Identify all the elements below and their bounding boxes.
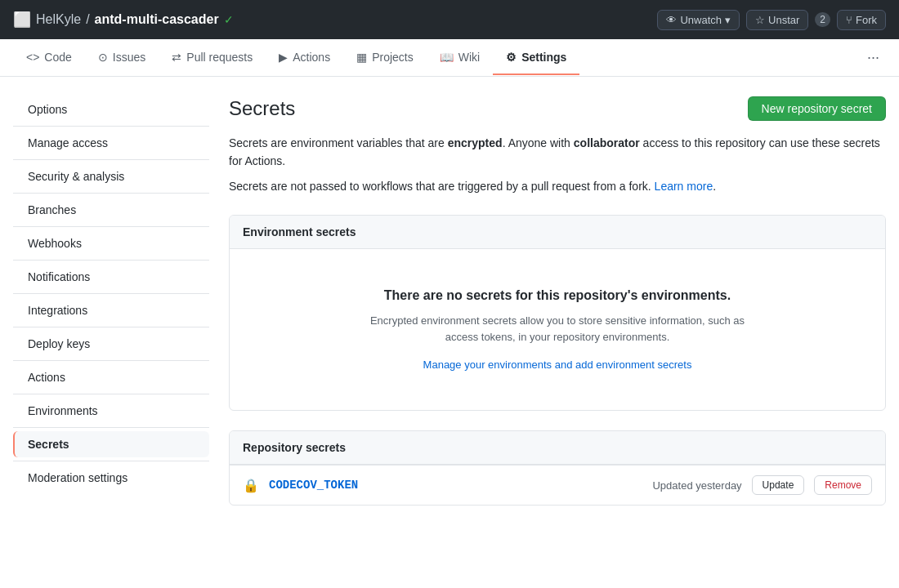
sidebar-item-deploy-keys[interactable]: Deploy keys xyxy=(13,331,209,357)
sidebar-divider-10 xyxy=(13,427,209,428)
repository-secrets-card: Repository secrets 🔒 CODECOV_TOKEN Updat… xyxy=(229,430,886,506)
star-count[interactable]: 2 xyxy=(815,12,830,27)
repo-icon: ⬜ xyxy=(13,11,31,29)
sidebar-divider-4 xyxy=(13,226,209,227)
watch-button[interactable]: 👁 Unwatch ▾ xyxy=(657,10,740,30)
tab-actions[interactable]: ▶ Actions xyxy=(266,41,343,75)
more-tabs-button[interactable]: ··· xyxy=(861,39,886,76)
sidebar-divider-8 xyxy=(13,360,209,361)
sidebar-divider-9 xyxy=(13,394,209,394)
sidebar: Options Manage access Security & analysi… xyxy=(13,96,209,506)
sidebar-item-options[interactable]: Options xyxy=(13,96,209,122)
nav-tabs: <> Code ⊙ Issues ⇄ Pull requests ▶ Actio… xyxy=(0,39,899,77)
fork-label: Fork xyxy=(856,14,877,26)
learn-more-link[interactable]: Learn more xyxy=(655,180,713,193)
empty-state-title: There are no secrets for this repository… xyxy=(243,288,872,303)
star-button[interactable]: ☆ Unstar xyxy=(746,10,808,30)
environment-secrets-header: Environment secrets xyxy=(230,216,885,249)
tab-projects[interactable]: ▦ Projects xyxy=(343,41,427,75)
sidebar-item-webhooks[interactable]: Webhooks xyxy=(13,230,209,256)
sidebar-item-environments[interactable]: Environments xyxy=(13,398,209,424)
manage-environments-link[interactable]: Manage your environments and add environ… xyxy=(423,359,692,371)
settings-icon: ⚙ xyxy=(506,51,517,64)
wiki-icon: 📖 xyxy=(440,51,454,64)
tab-code[interactable]: <> Code xyxy=(13,41,85,75)
watch-arrow-icon: ▾ xyxy=(725,14,731,26)
page-title: Secrets xyxy=(229,97,295,120)
sidebar-item-integrations[interactable]: Integrations xyxy=(13,297,209,323)
eye-icon: 👁 xyxy=(666,14,677,26)
update-secret-button[interactable]: Update xyxy=(752,475,805,495)
repo-separator: / xyxy=(86,12,89,27)
page-header: Secrets New repository secret xyxy=(229,96,886,121)
sidebar-item-branches[interactable]: Branches xyxy=(13,197,209,223)
actions-icon: ▶ xyxy=(279,51,288,64)
fork-icon: ⑂ xyxy=(846,14,852,26)
tab-wiki[interactable]: 📖 Wiki xyxy=(427,41,493,75)
sidebar-item-secrets[interactable]: Secrets xyxy=(13,431,209,457)
sidebar-divider-6 xyxy=(13,293,209,294)
lock-icon: 🔒 xyxy=(243,478,259,493)
secrets-description-2: Secrets are not passed to workflows that… xyxy=(229,177,886,195)
sidebar-item-manage-access[interactable]: Manage access xyxy=(13,130,209,156)
secret-name[interactable]: CODECOV_TOKEN xyxy=(269,479,358,492)
top-bar-actions: 👁 Unwatch ▾ ☆ Unstar 2 ⑂ Fork xyxy=(657,10,886,30)
top-bar: ⬜ HelKyle / antd-multi-cascader ✓ 👁 Unwa… xyxy=(0,0,899,39)
sidebar-divider xyxy=(13,126,209,127)
star-label: Unstar xyxy=(768,14,799,26)
environment-secrets-card: Environment secrets There are no secrets… xyxy=(229,215,886,411)
sidebar-item-moderation-settings[interactable]: Moderation settings xyxy=(13,465,209,491)
repo-name[interactable]: antd-multi-cascader xyxy=(95,12,219,27)
sidebar-item-actions[interactable]: Actions xyxy=(13,364,209,390)
tab-pull-requests-label: Pull requests xyxy=(186,51,253,64)
repo-owner[interactable]: HelKyle xyxy=(36,12,81,27)
watch-label: Unwatch xyxy=(680,14,722,26)
tab-settings-label: Settings xyxy=(521,51,566,64)
tab-code-label: Code xyxy=(44,51,71,64)
page-layout: Options Manage access Security & analysi… xyxy=(0,77,899,525)
tab-issues-label: Issues xyxy=(113,51,145,64)
secret-updated: Updated yesterday xyxy=(652,479,741,492)
tab-wiki-label: Wiki xyxy=(458,51,480,64)
environment-secrets-empty-state: There are no secrets for this repository… xyxy=(230,249,885,410)
secret-meta: Updated yesterday Update Remove xyxy=(652,475,872,495)
remove-secret-button[interactable]: Remove xyxy=(814,475,872,495)
pull-request-icon: ⇄ xyxy=(172,51,181,64)
new-repository-secret-button[interactable]: New repository secret xyxy=(748,96,886,121)
sidebar-divider-5 xyxy=(13,260,209,261)
collaborator-bold: collaborator xyxy=(574,136,640,149)
tab-settings[interactable]: ⚙ Settings xyxy=(493,41,579,75)
sidebar-divider-3 xyxy=(13,193,209,194)
fork-button[interactable]: ⑂ Fork xyxy=(837,10,886,30)
code-icon: <> xyxy=(26,51,39,64)
verified-icon: ✓ xyxy=(224,13,234,26)
encrypted-bold: encrypted xyxy=(448,136,503,149)
projects-icon: ▦ xyxy=(356,51,367,64)
tab-projects-label: Projects xyxy=(372,51,414,64)
secret-row: 🔒 CODECOV_TOKEN Updated yesterday Update… xyxy=(230,465,885,505)
sidebar-divider-7 xyxy=(13,327,209,327)
tab-actions-label: Actions xyxy=(293,51,330,64)
repository-secrets-header: Repository secrets xyxy=(230,431,885,465)
sidebar-item-security-analysis[interactable]: Security & analysis xyxy=(13,163,209,189)
repo-title: ⬜ HelKyle / antd-multi-cascader ✓ xyxy=(13,11,234,29)
sidebar-item-notifications[interactable]: Notifications xyxy=(13,264,209,290)
star-icon: ☆ xyxy=(755,14,765,26)
secrets-description-1: Secrets are environment variables that a… xyxy=(229,134,886,171)
tab-issues[interactable]: ⊙ Issues xyxy=(85,41,159,75)
issues-icon: ⊙ xyxy=(98,51,108,64)
sidebar-divider-2 xyxy=(13,159,209,160)
empty-state-description: Encrypted environment secrets allow you … xyxy=(353,313,762,345)
sidebar-divider-11 xyxy=(13,461,209,461)
tab-pull-requests[interactable]: ⇄ Pull requests xyxy=(159,41,266,75)
main-content: Secrets New repository secret Secrets ar… xyxy=(229,96,886,506)
